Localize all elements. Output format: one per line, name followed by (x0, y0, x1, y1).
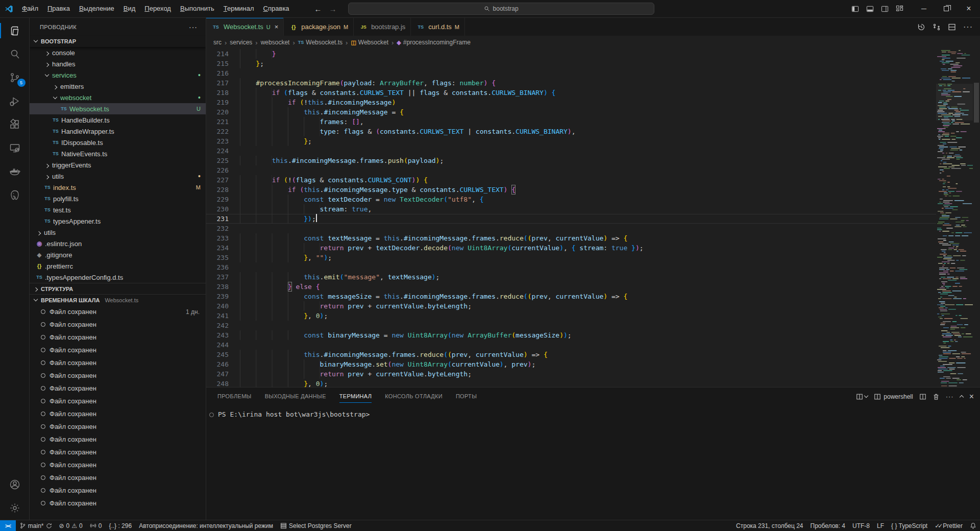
breadcrumb-item-Websocket.ts[interactable]: TSWebsocket.ts (298, 39, 342, 46)
timeline-entry[interactable]: Файл сохранен (30, 318, 206, 331)
outline-section-header[interactable]: СТРУКТУРА (30, 283, 206, 294)
tree-folder-utils[interactable]: utils (30, 227, 206, 238)
timeline-entry[interactable]: Файл сохранен (30, 331, 206, 344)
timeline-entry[interactable]: Файл сохранен (30, 369, 206, 382)
tab-bootstrap.js[interactable]: JSbootstrap.js (354, 18, 411, 36)
menu-Файл[interactable]: Файл (17, 0, 43, 17)
tree-folder-services[interactable]: services• (30, 69, 206, 81)
tree-file-test.ts[interactable]: TStest.ts (30, 204, 206, 215)
account-icon[interactable] (0, 473, 30, 496)
minimap[interactable] (936, 49, 973, 387)
timeline-entry[interactable]: Файл сохранен (30, 458, 206, 471)
tree-file-polyfill.ts[interactable]: TSpolyfill.ts (30, 193, 206, 204)
tree-folder-utils[interactable]: utils• (30, 171, 206, 182)
breadcrumb-item-#processIncomingFrame[interactable]: ◈#processIncomingFrame (397, 39, 471, 46)
tab-Websocket.ts[interactable]: TSWebsocket.tsU× (206, 18, 284, 36)
tree-file-.typesAppenderConfig.d.ts[interactable]: TS.typesAppenderConfig.d.ts (30, 272, 206, 283)
tree-folder-triggerEvents[interactable]: triggerEvents (30, 159, 206, 171)
git-branch-item[interactable]: main* (16, 520, 56, 531)
breadcrumb-item-Websocket[interactable]: ◫Websocket (351, 39, 388, 46)
timeline-entry[interactable]: Файл сохранен (30, 344, 206, 356)
docker-icon[interactable] (0, 160, 30, 183)
editor-more-actions-icon[interactable]: ··· (963, 22, 973, 32)
tree-folder-emitters[interactable]: emitters (30, 81, 206, 92)
editor-scrollbar[interactable] (973, 49, 980, 387)
menu-Терминал[interactable]: Терминал (219, 0, 259, 17)
toggle-secondary-sidebar-icon[interactable] (881, 5, 889, 13)
customize-layout-icon[interactable] (896, 5, 903, 13)
minimize-button[interactable]: ─ (913, 0, 935, 18)
toggle-panel-icon[interactable] (866, 5, 874, 13)
code-editor[interactable]: 214 }215 };216217 #processIncomingFrame(… (206, 49, 980, 387)
panel-tab-ВЫХОДНЫЕ ДАННЫЕ[interactable]: ВЫХОДНЫЕ ДАННЫЕ (260, 388, 331, 405)
panel-tab-ПОРТЫ[interactable]: ПОРТЫ (451, 388, 482, 405)
postgres-server-item[interactable]: Select Postgres Server (277, 520, 355, 531)
menu-Выделение[interactable]: Выделение (75, 0, 119, 17)
panel-tab-ПРОБЛЕМЫ[interactable]: ПРОБЛЕМЫ (212, 388, 257, 405)
tab-package.json[interactable]: {}package.jsonM (284, 18, 354, 36)
broadcast-item[interactable]: 0 (86, 520, 106, 531)
panel-tab-ТЕРМИНАЛ[interactable]: ТЕРМИНАЛ (334, 388, 377, 405)
nav-forward-button[interactable]: → (329, 5, 337, 13)
menu-Переход[interactable]: Переход (140, 0, 176, 17)
timeline-entry[interactable]: Файл сохранен (30, 484, 206, 497)
timeline-entry[interactable]: Файл сохранен (30, 433, 206, 446)
terminal-instance-item[interactable]: powershell (874, 393, 913, 400)
command-decoration-icon[interactable] (209, 413, 214, 417)
local-history-icon[interactable] (917, 23, 925, 31)
close-button[interactable]: × (958, 0, 980, 18)
timeline-entry[interactable]: Файл сохранен (30, 471, 206, 484)
timeline-entry[interactable]: Файл сохранен (30, 407, 206, 420)
timeline-entry[interactable]: Файл сохранен (30, 382, 206, 395)
project-root-header[interactable]: BOOTSTRAP (30, 36, 206, 47)
language-mode-item[interactable]: { } TypeScript (888, 520, 931, 531)
tab-close-icon[interactable]: × (275, 23, 279, 31)
postgres-icon[interactable] (0, 183, 30, 207)
kill-terminal-icon[interactable] (933, 393, 940, 400)
braces-count-item[interactable]: {..} : 296 (105, 520, 135, 531)
timeline-entry[interactable]: Файл сохранен (30, 446, 206, 458)
explorer-more-actions-icon[interactable]: ··· (189, 23, 198, 31)
menu-Справка[interactable]: Справка (259, 0, 294, 17)
launch-profile-icon[interactable] (856, 393, 868, 400)
panel-more-actions-icon[interactable]: ··· (946, 393, 954, 400)
compare-changes-icon[interactable] (933, 23, 941, 31)
tree-folder-console[interactable]: console (30, 47, 206, 58)
breadcrumb-item-services[interactable]: services (230, 39, 252, 46)
minimap-viewport[interactable] (936, 84, 973, 120)
timeline-entry[interactable]: Файл сохранен (30, 420, 206, 433)
tree-file-.gitignore[interactable]: ◆.gitignore (30, 249, 206, 260)
menu-Вид[interactable]: Вид (119, 0, 140, 17)
source-control-icon[interactable]: 5 (0, 66, 30, 89)
run-debug-icon[interactable] (0, 89, 30, 113)
toggle-sidebar-icon[interactable] (851, 5, 859, 13)
auto-attach-item[interactable]: Автоприсоединение: интеллектуальный режи… (135, 520, 277, 531)
maximize-panel-icon[interactable] (960, 393, 963, 400)
encoding-item[interactable]: UTF-8 (849, 520, 873, 531)
problems-item[interactable]: ⊘ 0 ⚠ 0 (56, 520, 86, 531)
terminal[interactable]: PS E:\irina host bot\war3js\bootstrap> (206, 405, 980, 520)
breadcrumb-item-websocket[interactable]: websocket (261, 39, 290, 46)
search-icon[interactable] (0, 42, 30, 66)
tree-file-typesAppener.ts[interactable]: TStypesAppener.ts (30, 215, 206, 227)
explorer-icon[interactable] (0, 19, 30, 42)
timeline-entry[interactable]: Файл сохранен (30, 356, 206, 369)
tree-file-IDisposable.ts[interactable]: TSIDisposable.ts (30, 137, 206, 148)
timeline-entry[interactable]: Файл сохранен (30, 395, 206, 407)
close-panel-icon[interactable]: × (969, 392, 974, 401)
tree-file-index.ts[interactable]: TSindex.tsM (30, 182, 206, 193)
timeline-entry[interactable]: Файл сохранен1 дн. (30, 305, 206, 318)
tree-folder-websocket[interactable]: websocket• (30, 92, 206, 103)
tree-folder-handles[interactable]: handles (30, 58, 206, 69)
tree-file-HandleBuilder.ts[interactable]: TSHandleBuilder.ts (30, 114, 206, 126)
tree-file-.eslintrc.json[interactable]: ◉.eslintrc.json (30, 238, 206, 249)
timeline-entry[interactable]: Файл сохранен (30, 497, 206, 510)
restore-button[interactable] (935, 0, 958, 18)
panel-tab-КОНСОЛЬ ОТЛАДКИ[interactable]: КОНСОЛЬ ОТЛАДКИ (380, 388, 448, 405)
notifications-bell-item[interactable] (966, 520, 980, 531)
formatter-item[interactable]: ✓✓ Prettier (931, 520, 966, 531)
indentation-item[interactable]: Пробелов: 4 (807, 520, 849, 531)
settings-icon[interactable] (0, 496, 30, 520)
menu-Правка[interactable]: Правка (43, 0, 75, 17)
tree-file-.prettierrc[interactable]: {}.prettierrc (30, 260, 206, 272)
